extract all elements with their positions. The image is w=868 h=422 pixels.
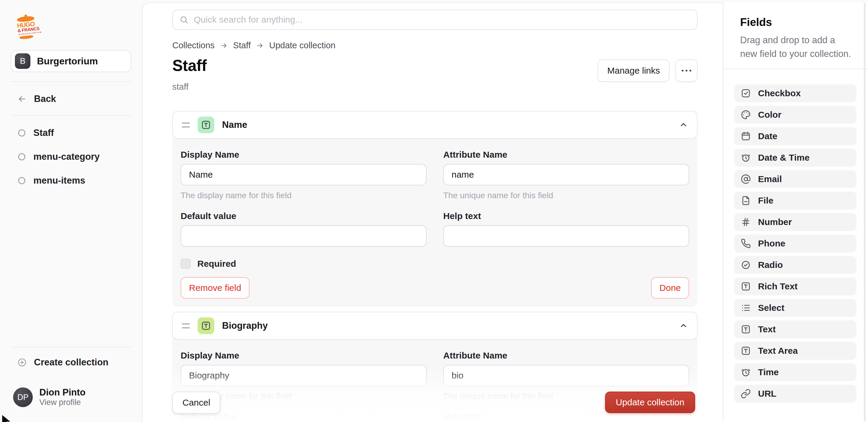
arrow-left-icon (17, 94, 27, 104)
sidebar-item-staff[interactable]: Staff (11, 123, 131, 143)
field-section-title: Biography (222, 320, 268, 331)
field-section-name: Name Display Name The display name for t… (172, 111, 698, 307)
default-value-input[interactable] (181, 225, 427, 247)
at-sign-icon (741, 174, 751, 184)
done-button[interactable]: Done (651, 277, 689, 299)
quick-search-bar[interactable] (172, 9, 698, 30)
calendar-icon (741, 131, 751, 141)
circle-icon (17, 152, 26, 161)
main-content: Collections Staff Update collection Staf… (172, 2, 698, 422)
breadcrumb-staff[interactable]: Staff (233, 40, 251, 51)
chevron-up-icon[interactable] (679, 120, 688, 129)
remove-field-button[interactable]: Remove field (181, 277, 249, 299)
field-section-body: Display Name The display name for this f… (172, 135, 698, 307)
page-header: Staff staff Manage links (172, 57, 698, 92)
sidebar-item-label: menu-items (33, 175, 85, 186)
sidebar-divider (11, 82, 131, 82)
square-t-icon (741, 324, 751, 334)
brand-logo: HUGO & FRANCS BURGERTORIUM (16, 14, 54, 40)
file-icon (741, 195, 751, 206)
arrow-right-icon (220, 42, 228, 50)
hash-icon (741, 217, 751, 227)
field-type-file[interactable]: File (734, 192, 857, 209)
user-profile[interactable]: DP Dion Pinto View profile (13, 387, 86, 407)
attribute-name-help: The unique name for this field (443, 191, 689, 200)
attribute-name-label: Attribute Name (443, 150, 689, 160)
text-area-field-type-icon (197, 317, 214, 334)
breadcrumb-collections[interactable]: Collections (172, 40, 215, 51)
sidebar-item-label: menu-category (33, 152, 99, 162)
scrollbar[interactable] (864, 3, 866, 421)
sidebar-item-label: Staff (33, 128, 54, 138)
field-type-radio[interactable]: Radio (734, 256, 857, 274)
attribute-name-input[interactable] (443, 164, 689, 185)
field-type-number[interactable]: Number (734, 213, 857, 231)
user-name: Dion Pinto (39, 387, 86, 397)
required-checkbox[interactable] (181, 259, 191, 269)
field-type-select[interactable]: Select (734, 299, 857, 317)
avatar: DP (13, 387, 33, 407)
link-icon (741, 389, 751, 399)
list-icon (741, 303, 751, 313)
field-type-email[interactable]: Email (734, 170, 857, 188)
field-type-checkbox[interactable]: Checkbox (734, 84, 857, 102)
ellipsis-icon (682, 70, 683, 71)
left-sidebar: HUGO & FRANCS BURGERTORIUM B Burgertoriu… (0, 0, 142, 422)
display-name-label: Display Name (181, 150, 427, 160)
field-type-list: Checkbox Color Date Date & Time (734, 84, 857, 402)
manage-links-button[interactable]: Manage links (598, 59, 670, 82)
chevron-up-icon[interactable] (679, 321, 688, 330)
field-type-url[interactable]: URL (734, 385, 857, 402)
field-section-header[interactable]: Biography (172, 312, 698, 340)
workspace-switcher[interactable]: B Burgertorium (11, 50, 131, 72)
search-input[interactable] (193, 14, 690, 25)
display-name-help: The display name for this field (181, 191, 427, 200)
back-button[interactable]: Back (11, 89, 131, 109)
field-type-text[interactable]: Text (734, 320, 857, 338)
breadcrumb-update-collection: Update collection (269, 40, 335, 51)
fields-panel-description: Drag and drop to add a new field to your… (740, 33, 851, 61)
field-type-date-time[interactable]: Date & Time (734, 149, 857, 167)
checkbox-icon (741, 88, 751, 98)
more-options-button[interactable] (676, 59, 698, 82)
field-type-time[interactable]: Time (734, 363, 857, 381)
fields-panel: Fields Drag and drop to add a new field … (723, 2, 868, 422)
field-type-text-area[interactable]: Text Area (734, 342, 857, 360)
create-collection-button[interactable]: Create collection (11, 353, 131, 372)
sidebar-item-menu-items[interactable]: menu-items (11, 171, 131, 190)
view-profile-link[interactable]: View profile (39, 397, 86, 407)
fields-panel-title: Fields (740, 16, 868, 29)
app-window: HUGO & FRANCS BURGERTORIUM B Burgertoriu… (0, 0, 868, 422)
phone-icon (741, 238, 751, 249)
text-field-type-icon (197, 117, 214, 133)
help-text-input[interactable] (443, 225, 689, 247)
drag-handle-icon[interactable] (182, 323, 190, 328)
field-type-color[interactable]: Color (734, 106, 857, 124)
plus-circle-icon (17, 358, 27, 367)
display-name-input[interactable] (181, 164, 427, 185)
default-value-label: Default value (181, 211, 427, 221)
field-section-header[interactable]: Name (172, 111, 698, 139)
attribute-name-label: Attribute Name (443, 351, 689, 361)
sidebar-divider (11, 115, 131, 116)
field-type-rich-text[interactable]: Rich Text (734, 278, 857, 295)
fields-panel-divider (723, 69, 868, 69)
cancel-button[interactable]: Cancel (172, 392, 220, 414)
required-label: Required (197, 259, 236, 269)
create-collection-label: Create collection (34, 357, 108, 368)
search-icon (180, 15, 188, 24)
field-section-title: Name (222, 120, 247, 130)
arrow-right-icon (256, 42, 264, 50)
workspace-avatar: B (15, 53, 30, 69)
sidebar-item-menu-category[interactable]: menu-category (11, 147, 131, 167)
square-t-icon (741, 281, 751, 291)
alarm-clock-icon (741, 367, 751, 377)
field-type-date[interactable]: Date (734, 127, 857, 145)
alarm-clock-icon (741, 153, 751, 163)
drag-handle-icon[interactable] (182, 123, 190, 128)
field-type-phone[interactable]: Phone (734, 234, 857, 252)
logo-bun-bottom-icon (20, 35, 33, 40)
workspace-name: Burgertorium (37, 56, 98, 67)
update-collection-button[interactable]: Update collection (605, 392, 695, 413)
circle-icon (17, 176, 26, 185)
